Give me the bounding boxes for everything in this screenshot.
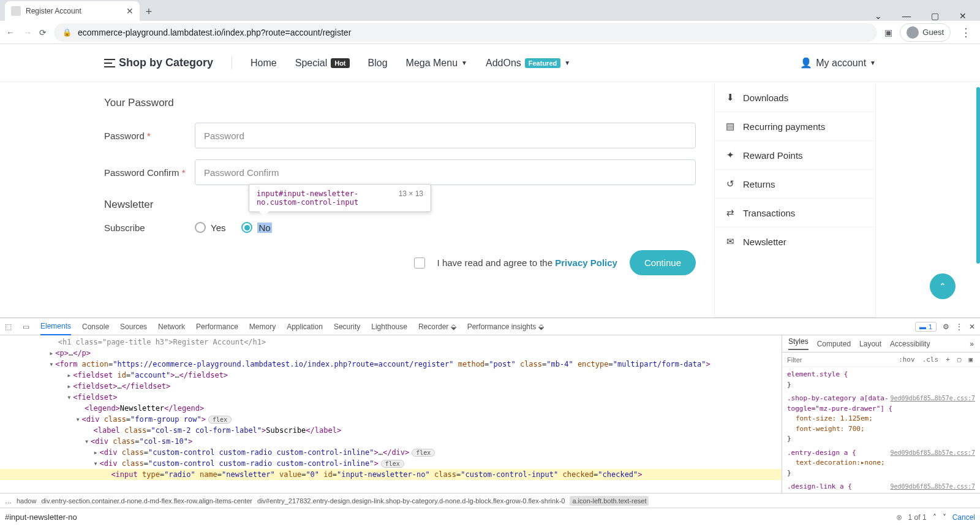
chevron-down-icon: ▼ <box>870 59 876 66</box>
menu-icon[interactable]: ⋮ <box>956 322 963 331</box>
url-text: ecommerce-playground.lambdatest.io/index… <box>78 28 351 37</box>
find-next-icon[interactable]: ˅ <box>943 513 946 522</box>
find-input[interactable] <box>5 513 890 522</box>
tab-console[interactable]: Console <box>82 319 109 335</box>
download-icon: ⬇ <box>725 92 736 103</box>
styles-tab-styles[interactable]: Styles <box>788 337 809 350</box>
more-icon[interactable]: » <box>970 340 974 348</box>
address-bar[interactable]: 🔒 ecommerce-playground.lambdatest.io/ind… <box>54 23 877 42</box>
plus-icon[interactable]: + <box>943 354 952 365</box>
styles-tab-computed[interactable]: Computed <box>817 340 851 348</box>
sidebar-item-transactions[interactable]: ⇄Transactions <box>715 199 875 227</box>
nav-mega-menu[interactable]: Mega Menu▼ <box>406 58 467 69</box>
reload-icon[interactable]: ⟳ <box>39 28 47 37</box>
back-icon[interactable]: ← <box>6 28 15 37</box>
styles-tab-accessibility[interactable]: Accessibility <box>890 340 930 348</box>
hot-badge: Hot <box>331 58 349 68</box>
privacy-policy-link[interactable]: Privacy Policy <box>555 257 617 268</box>
tab-memory[interactable]: Memory <box>249 319 276 335</box>
menu-icon[interactable]: ⋮ <box>958 26 974 39</box>
maximize-icon[interactable]: ▢ <box>926 11 943 21</box>
nav-special[interactable]: Special Hot <box>295 58 350 69</box>
tab-perf-insights[interactable]: Performance insights ⬙ <box>467 319 544 335</box>
user-icon: 👤 <box>800 57 812 69</box>
sidebar-item-returns[interactable]: ↺Returns <box>715 170 875 199</box>
reader-icon[interactable]: ▣ <box>884 28 892 37</box>
page-content: Shop by Category Home Special Hot Blog M… <box>0 44 980 318</box>
tab-elements[interactable]: Elements <box>40 318 71 335</box>
avatar-icon <box>907 26 919 39</box>
tab-performance[interactable]: Performance <box>196 319 238 335</box>
browser-tab-bar: Register Account ✕ + ⌄ — ▢ ✕ <box>0 0 980 21</box>
scroll-top-button[interactable]: ⌃ <box>930 273 956 299</box>
minimize-icon[interactable]: — <box>898 11 915 21</box>
card-icon: ▤ <box>725 121 736 132</box>
box-icon[interactable]: ▢ <box>955 354 964 365</box>
devtools-panel: ⬚ ▭ Elements Console Sources Network Per… <box>0 318 980 526</box>
close-window-icon[interactable]: ✕ <box>954 11 971 21</box>
sidebar-item-newsletter[interactable]: ✉Newsletter <box>715 227 875 256</box>
styles-filter-input[interactable] <box>787 356 892 364</box>
sidebar-item-reward[interactable]: ✦Reward Points <box>715 141 875 170</box>
tooltip-dimensions: 13 × 13 <box>399 189 423 198</box>
radio-checked-icon <box>241 222 252 233</box>
cancel-button[interactable]: Cancel <box>952 513 975 522</box>
hov-button[interactable]: :hov <box>896 354 918 365</box>
panel-icon[interactable]: ▣ <box>966 354 975 365</box>
nav-my-account[interactable]: 👤 My account▼ <box>800 57 876 69</box>
new-tab-button[interactable]: + <box>140 2 158 21</box>
password-input[interactable] <box>195 123 696 148</box>
shop-by-category-button[interactable]: Shop by Category <box>104 56 232 69</box>
nav-addons[interactable]: AddOns Featured ▼ <box>486 58 570 69</box>
clear-icon[interactable]: ⊗ <box>896 513 902 522</box>
gear-icon[interactable]: ⚙ <box>943 322 949 331</box>
styles-tab-layout[interactable]: Layout <box>859 340 881 348</box>
reward-icon: ✦ <box>725 150 736 161</box>
account-sidebar: ⬇Downloads ▤Recurring payments ✦Reward P… <box>714 83 876 318</box>
tab-security[interactable]: Security <box>334 319 360 335</box>
tab-recorder[interactable]: Recorder ⬙ <box>418 319 456 335</box>
nav-blog[interactable]: Blog <box>368 58 388 69</box>
sidebar-item-recurring[interactable]: ▤Recurring payments <box>715 112 875 141</box>
tab-lighthouse[interactable]: Lighthouse <box>371 319 407 335</box>
password-label: Password * <box>104 131 195 141</box>
sidebar-item-downloads[interactable]: ⬇Downloads <box>715 83 875 112</box>
shop-by-category-label: Shop by Category <box>119 56 213 69</box>
chevron-down-icon: ▼ <box>461 59 467 66</box>
tab-network[interactable]: Network <box>158 319 185 335</box>
tab-application[interactable]: Application <box>287 319 323 335</box>
agree-text: I have read and agree to the Privacy Pol… <box>437 257 617 268</box>
elements-tree[interactable]: <h1 class="page-title h3">Register Accou… <box>0 335 782 493</box>
browser-toolbar: ← → ⟳ 🔒 ecommerce-playground.lambdatest.… <box>0 21 980 44</box>
elements-breadcrumb[interactable]: … hadow div.entry-section.container.d-no… <box>0 493 980 508</box>
page-scrollbar[interactable] <box>971 44 980 318</box>
chevron-down-icon[interactable]: ⌄ <box>870 11 887 21</box>
lock-icon: 🔒 <box>62 28 72 37</box>
continue-button[interactable]: Continue <box>630 250 696 275</box>
device-icon[interactable]: ▭ <box>23 322 29 331</box>
devtools-tabs: ⬚ ▭ Elements Console Sources Network Per… <box>0 318 980 335</box>
tooltip-selector: input#input-newsletter-no.custom-control… <box>257 189 358 207</box>
subscribe-no-radio[interactable]: No <box>241 222 271 233</box>
browser-tab[interactable]: Register Account ✕ <box>5 1 140 21</box>
inspect-icon[interactable]: ⬚ <box>5 322 12 331</box>
site-nav: Shop by Category Home Special Hot Blog M… <box>0 44 980 82</box>
profile-button[interactable]: Guest <box>900 23 951 42</box>
close-icon[interactable]: ✕ <box>126 6 134 16</box>
returns-icon: ↺ <box>725 178 736 189</box>
chevron-down-icon: ▼ <box>564 59 570 66</box>
nav-home[interactable]: Home <box>251 58 277 69</box>
hamburger-icon <box>104 59 115 67</box>
styles-panel: Styles Computed Layout Accessibility » :… <box>782 335 980 493</box>
subscribe-yes-radio[interactable]: Yes <box>195 222 225 233</box>
tab-sources[interactable]: Sources <box>120 319 147 335</box>
find-prev-icon[interactable]: ˄ <box>933 513 937 522</box>
profile-label: Guest <box>922 28 944 37</box>
cls-button[interactable]: .cls <box>920 354 941 365</box>
styles-rules[interactable]: element.style { } 9ed09db6f85…8b57e.css:… <box>782 367 980 493</box>
issues-badge[interactable]: ▬ 1 <box>915 322 937 332</box>
password-confirm-input[interactable] <box>195 159 696 185</box>
agree-checkbox[interactable] <box>414 257 425 269</box>
close-icon[interactable]: ✕ <box>969 322 975 331</box>
featured-badge: Featured <box>525 58 560 68</box>
